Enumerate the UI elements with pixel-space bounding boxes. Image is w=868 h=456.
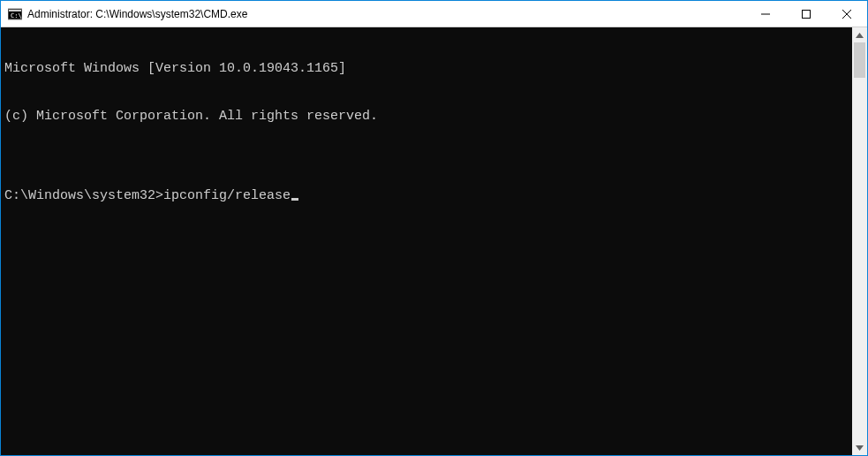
cmd-icon: C:\ xyxy=(8,7,22,21)
close-button[interactable] xyxy=(826,1,867,27)
svg-rect-1 xyxy=(9,10,21,11)
terminal-line: Microsoft Windows [Version 10.0.19043.11… xyxy=(4,61,852,77)
maximize-button[interactable] xyxy=(786,1,826,27)
scroll-down-button[interactable] xyxy=(852,440,867,455)
cursor xyxy=(291,198,298,201)
svg-marker-7 xyxy=(856,33,864,38)
vertical-scrollbar[interactable] xyxy=(852,27,867,455)
prompt: C:\Windows\system32> xyxy=(4,188,163,204)
svg-text:C:\: C:\ xyxy=(11,12,22,19)
scrollbar-track[interactable] xyxy=(852,42,867,440)
scroll-up-button[interactable] xyxy=(852,27,867,42)
cmd-window: C:\ Administrator: C:\Windows\system32\C… xyxy=(0,0,868,456)
svg-marker-8 xyxy=(856,445,864,451)
svg-rect-4 xyxy=(803,10,811,18)
client-area: Microsoft Windows [Version 10.0.19043.11… xyxy=(1,27,867,455)
window-title: Administrator: C:\Windows\system32\CMD.e… xyxy=(27,8,247,20)
prompt-line: C:\Windows\system32>ipconfig/release xyxy=(4,188,852,204)
terminal[interactable]: Microsoft Windows [Version 10.0.19043.11… xyxy=(1,27,852,455)
titlebar[interactable]: C:\ Administrator: C:\Windows\system32\C… xyxy=(1,1,867,27)
scrollbar-thumb[interactable] xyxy=(854,42,865,78)
command-input[interactable]: ipconfig/release xyxy=(163,188,291,204)
terminal-line: (c) Microsoft Corporation. All rights re… xyxy=(4,109,852,125)
minimize-button[interactable] xyxy=(745,1,786,27)
